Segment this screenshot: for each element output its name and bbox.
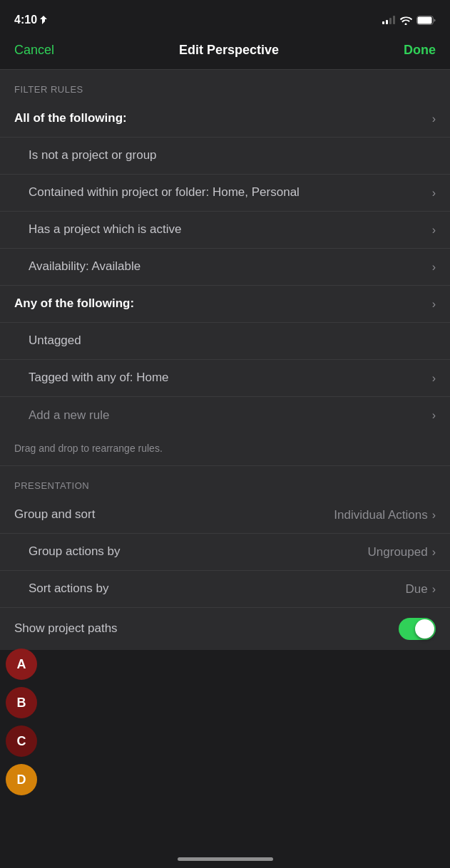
show-project-paths-label: Show project paths — [14, 621, 399, 636]
status-bar: 4:10 — [0, 0, 450, 36]
wifi-icon — [399, 16, 412, 25]
any-following-label: Any of the following: — [14, 296, 432, 311]
drag-hint: Drag and drop to rearrange rules. — [0, 434, 450, 466]
location-icon — [40, 16, 47, 24]
chevron-right-icon: › — [432, 261, 436, 274]
nav-bar: Cancel Edit Perspective Done — [0, 36, 450, 70]
sort-actions-label: Sort actions by — [29, 581, 405, 596]
toggle-container[interactable] — [399, 618, 436, 640]
not-project-group-label: Is not a project or group — [29, 148, 436, 163]
untagged-item[interactable]: Untagged — [0, 323, 450, 360]
group-sort-value: Individual Actions — [334, 508, 427, 522]
presentation-list: Group and sort Individual Actions › Grou… — [0, 497, 450, 650]
chevron-right-icon: › — [432, 509, 436, 522]
tagged-home-label: Tagged with any of: Home — [29, 370, 432, 386]
chevron-right-icon: › — [432, 224, 436, 237]
sort-actions-value: Due — [405, 582, 427, 596]
tagged-home-item[interactable]: Tagged with any of: Home › — [0, 360, 450, 397]
status-icons — [382, 16, 436, 25]
chevron-right-icon: › — [432, 583, 436, 596]
contained-within-item[interactable]: Contained within project or folder: Home… — [0, 175, 450, 212]
availability-label: Availability: Available — [29, 259, 432, 274]
presentation-header: PRESENTATION — [0, 466, 450, 497]
any-following-item[interactable]: Any of the following: › — [0, 286, 450, 323]
group-sort-item[interactable]: Group and sort Individual Actions › — [0, 497, 450, 534]
untagged-label: Untagged — [29, 333, 436, 348]
show-project-paths-toggle[interactable] — [399, 618, 436, 640]
all-following-label: All of the following: — [14, 110, 432, 126]
signal-icon — [382, 16, 395, 24]
group-sort-label: Group and sort — [14, 507, 334, 522]
svg-rect-1 — [418, 16, 432, 24]
chevron-right-icon: › — [432, 372, 436, 385]
chevron-right-icon: › — [432, 113, 436, 125]
show-project-paths-item[interactable]: Show project paths — [0, 608, 450, 650]
add-rule-label: Add a new rule — [29, 408, 432, 423]
add-rule-item[interactable]: Add a new rule › — [0, 397, 450, 434]
battery-icon — [416, 16, 436, 25]
avatar-b[interactable]: B — [6, 687, 37, 718]
time-display: 4:10 — [14, 14, 37, 26]
group-actions-value: Ungrouped — [368, 545, 428, 559]
availability-item[interactable]: Availability: Available › — [0, 249, 450, 286]
home-indicator — [178, 857, 273, 861]
done-button[interactable]: Done — [404, 43, 436, 58]
toggle-track — [399, 618, 436, 640]
filter-rules-header: FILTER RULES — [0, 70, 450, 100]
group-actions-label: Group actions by — [29, 544, 368, 559]
cancel-button[interactable]: Cancel — [14, 43, 54, 58]
filter-rules-list: All of the following: › Is not a project… — [0, 100, 450, 434]
chevron-right-icon: › — [432, 409, 436, 422]
sort-actions-item[interactable]: Sort actions by Due › — [0, 571, 450, 608]
avatar-a[interactable]: A — [6, 649, 37, 680]
has-active-project-item[interactable]: Has a project which is active › — [0, 212, 450, 249]
status-time: 4:10 — [14, 14, 47, 26]
avatar-c[interactable]: C — [6, 725, 37, 757]
chevron-right-icon: › — [432, 298, 436, 311]
group-actions-item[interactable]: Group actions by Ungrouped › — [0, 534, 450, 571]
toggle-thumb — [415, 619, 434, 639]
page-title: Edit Perspective — [179, 43, 279, 58]
has-active-project-label: Has a project which is active — [29, 222, 432, 237]
all-following-item[interactable]: All of the following: › — [0, 100, 450, 138]
contained-within-label: Contained within project or folder: Home… — [29, 185, 432, 200]
sidebar-avatars: A B C D — [0, 641, 43, 802]
chevron-right-icon: › — [432, 546, 436, 559]
avatar-d[interactable]: D — [6, 764, 37, 795]
not-project-group-item[interactable]: Is not a project or group — [0, 138, 450, 175]
chevron-right-icon: › — [432, 187, 436, 200]
